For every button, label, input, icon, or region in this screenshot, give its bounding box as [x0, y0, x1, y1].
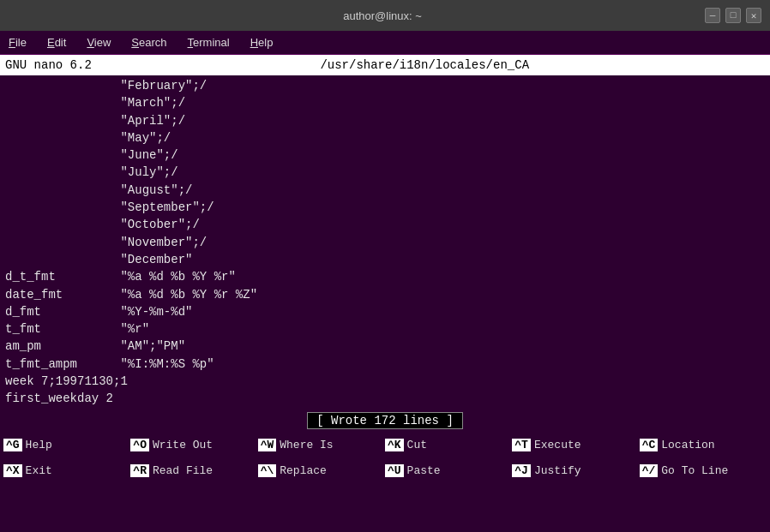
- file-path: /usr/share/i18n/locales/en_CA: [320, 58, 529, 72]
- shortcut-key-row2-5: ^/: [640, 464, 659, 477]
- shortcut-item-row1-0[interactable]: ^GHelp: [3, 439, 130, 451]
- menu-search[interactable]: Search: [128, 34, 170, 51]
- shortcut-item-row1-4[interactable]: ^TExecute: [512, 439, 639, 451]
- shortcut-key-row1-3: ^K: [385, 439, 404, 451]
- shortcut-item-row2-5[interactable]: ^/Go To Line: [640, 464, 767, 477]
- menu-edit[interactable]: Edit: [44, 34, 69, 51]
- shortcut-label-row1-5: Location: [661, 439, 714, 451]
- shortcut-item-row1-3[interactable]: ^KCut: [385, 439, 512, 451]
- shortcut-label-row2-5: Go To Line: [661, 464, 728, 477]
- status-message: [ Wrote 172 lines ]: [307, 412, 463, 429]
- shortcut-item-row1-5[interactable]: ^CLocation: [640, 439, 767, 451]
- window-title: author@linux: ~: [60, 9, 705, 22]
- shortcut-key-row1-0: ^G: [3, 439, 22, 451]
- editor-area[interactable]: "February";/ "March";/ "April";/ "May";/…: [0, 75, 770, 409]
- shortcut-label-row2-0: Exit: [26, 464, 52, 477]
- shortcut-label-row1-2: Where Is: [280, 439, 333, 451]
- shortcut-key-row1-2: ^W: [258, 439, 277, 451]
- shortcut-key-row1-5: ^C: [640, 439, 659, 451]
- shortcut-key-row1-4: ^T: [512, 439, 531, 451]
- nano-header-right: [758, 58, 765, 72]
- status-bar: [ Wrote 172 lines ]: [0, 409, 770, 432]
- shortcut-label-row2-2: Replace: [280, 464, 327, 477]
- shortcut-key-row2-1: ^R: [130, 464, 149, 477]
- shortcut-item-row1-1[interactable]: ^OWrite Out: [130, 439, 257, 451]
- shortcut-key-row2-2: ^\: [258, 464, 277, 477]
- shortcut-bar-2: ^XExit^RRead File^\Replace^UPaste^JJusti…: [0, 457, 770, 483]
- shortcut-label-row1-0: Help: [26, 439, 52, 451]
- shortcut-key-row2-0: ^X: [3, 464, 22, 477]
- menu-terminal[interactable]: Terminal: [184, 34, 233, 51]
- shortcut-label-row1-4: Execute: [534, 439, 581, 451]
- nano-version: GNU nano 6.2: [5, 58, 92, 72]
- shortcut-item-row2-2[interactable]: ^\Replace: [258, 464, 385, 477]
- title-bar: author@linux: ~ — □ ✕: [0, 0, 770, 31]
- minimize-button[interactable]: —: [705, 8, 720, 23]
- shortcut-item-row2-3[interactable]: ^UPaste: [385, 464, 512, 477]
- shortcut-key-row2-4: ^J: [512, 464, 531, 477]
- window-controls[interactable]: — □ ✕: [705, 8, 761, 23]
- menu-view[interactable]: View: [83, 34, 114, 51]
- maximize-button[interactable]: □: [725, 8, 741, 23]
- shortcut-label-row1-1: Write Out: [153, 439, 213, 451]
- shortcut-item-row2-4[interactable]: ^JJustify: [512, 464, 639, 477]
- shortcut-label-row2-1: Read File: [153, 464, 213, 477]
- menu-bar: File Edit View Search Terminal Help: [0, 31, 770, 55]
- shortcut-label-row2-4: Justify: [534, 464, 581, 477]
- shortcut-label-row1-3: Cut: [407, 439, 427, 451]
- shortcut-key-row1-1: ^O: [130, 439, 149, 451]
- shortcut-key-row2-3: ^U: [385, 464, 404, 477]
- shortcut-bar-1: ^GHelp^OWrite Out^WWhere Is^KCut^TExecut…: [0, 432, 770, 457]
- menu-file[interactable]: File: [5, 34, 30, 51]
- shortcut-item-row1-2[interactable]: ^WWhere Is: [258, 439, 385, 451]
- close-button[interactable]: ✕: [746, 8, 761, 23]
- menu-help[interactable]: Help: [247, 34, 277, 51]
- shortcut-label-row2-3: Paste: [407, 464, 441, 477]
- shortcut-item-row2-0[interactable]: ^XExit: [3, 464, 130, 477]
- nano-header: GNU nano 6.2 /usr/share/i18n/locales/en_…: [0, 55, 770, 75]
- shortcut-item-row2-1[interactable]: ^RRead File: [130, 464, 257, 477]
